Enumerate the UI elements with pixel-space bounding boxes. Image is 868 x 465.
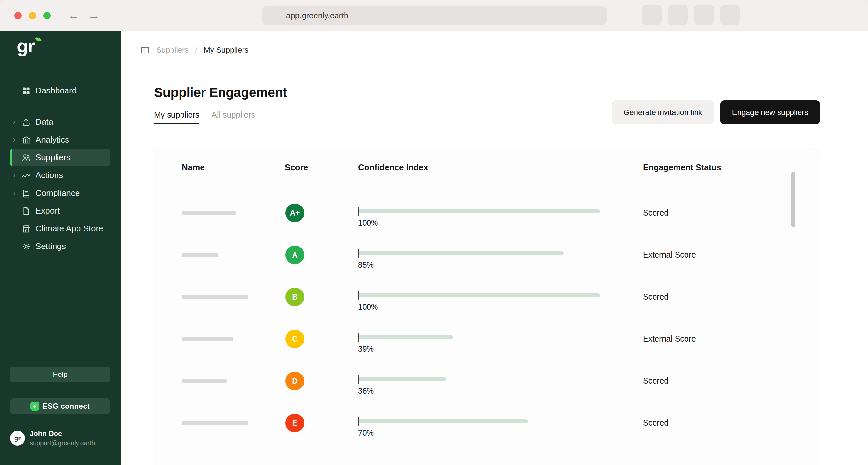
settings-icon bbox=[21, 242, 31, 252]
main-area: Suppliers / My Suppliers Supplier Engage… bbox=[121, 31, 868, 465]
supplier-row[interactable]: B 100% bbox=[173, 276, 753, 318]
name-cell bbox=[182, 295, 285, 299]
bar-track bbox=[360, 293, 600, 297]
maximize-window-button[interactable] bbox=[43, 12, 51, 19]
bar-start-tick bbox=[358, 333, 359, 342]
minimize-window-button[interactable] bbox=[29, 12, 36, 19]
browser-forward-icon[interactable] bbox=[88, 10, 100, 21]
engagement-status: Scored bbox=[643, 376, 753, 385]
bar-start-tick bbox=[358, 207, 359, 215]
engagement-status: Scored bbox=[643, 292, 753, 301]
confidence-cell: 100% bbox=[358, 203, 643, 223]
confidence-bar: 85% bbox=[358, 249, 643, 269]
confidence-cell: 36% bbox=[358, 371, 643, 391]
logo-text: gr bbox=[17, 35, 34, 57]
engagement-status: External Score bbox=[643, 334, 753, 344]
sidebar-item-label: Analytics bbox=[35, 135, 69, 145]
user-profile[interactable]: gr John Doe support@greenly.earth bbox=[10, 430, 110, 447]
column-header-confidence: Confidence Index bbox=[358, 163, 643, 173]
score-badge: A bbox=[285, 245, 304, 264]
breadcrumb-current: My Suppliers bbox=[204, 46, 249, 55]
leaf-icon bbox=[35, 36, 41, 42]
bar-track bbox=[360, 252, 600, 255]
sidebar-item-label: Data bbox=[35, 117, 53, 127]
confidence-value: 36% bbox=[358, 386, 643, 396]
toolbar-button-3[interactable] bbox=[694, 5, 714, 25]
avatar: gr bbox=[10, 431, 25, 446]
sidebar-item-label: Compliance bbox=[35, 188, 80, 198]
engage-new-suppliers-button[interactable]: Engage new suppliers bbox=[720, 100, 820, 124]
bar-fill bbox=[360, 336, 454, 339]
confidence-bar-row bbox=[358, 249, 643, 258]
confidence-bar: 39% bbox=[358, 333, 643, 353]
confidence-value: 85% bbox=[358, 260, 643, 269]
help-button[interactable]: Help bbox=[10, 367, 110, 382]
score-cell: E bbox=[285, 414, 358, 432]
supplier-row[interactable]: A+ 100% bbox=[173, 192, 753, 234]
engagement-status: Scored bbox=[643, 418, 753, 428]
confidence-bar: 100% bbox=[358, 207, 643, 228]
sidebar-item-label: Suppliers bbox=[35, 152, 70, 163]
store-icon bbox=[21, 224, 31, 234]
tab-label: My suppliers bbox=[154, 110, 199, 119]
name-placeholder bbox=[182, 379, 227, 383]
suppliers-icon bbox=[21, 153, 31, 163]
data-icon bbox=[21, 117, 31, 127]
supplier-row[interactable]: D 36% bbox=[173, 360, 753, 402]
score-badge: B bbox=[285, 288, 304, 306]
toolbar-button-1[interactable] bbox=[642, 5, 662, 25]
sidebar-toggle-icon[interactable] bbox=[140, 45, 150, 55]
header-actions: Generate invitation link Engage new supp… bbox=[612, 100, 820, 124]
name-placeholder bbox=[182, 421, 248, 425]
sidebar-item-label: Settings bbox=[35, 241, 66, 252]
name-cell bbox=[182, 379, 285, 383]
supplier-row[interactable]: A 85% bbox=[173, 234, 753, 276]
export-icon bbox=[21, 206, 31, 216]
scrollbar-thumb[interactable] bbox=[792, 172, 795, 227]
name-cell bbox=[182, 253, 285, 257]
browser-back-icon[interactable] bbox=[68, 10, 80, 21]
greenly-logo[interactable]: gr bbox=[0, 31, 121, 57]
sidebar-item-climate-app-store[interactable]: Climate App Store bbox=[10, 220, 110, 237]
sidebar-item-settings[interactable]: Settings bbox=[10, 237, 110, 255]
tab-all-suppliers[interactable]: All suppliers bbox=[212, 110, 255, 124]
name-cell bbox=[182, 421, 285, 425]
sidebar-item-data[interactable]: Data bbox=[10, 113, 110, 131]
supplier-row[interactable]: C 39% bbox=[173, 318, 753, 360]
confidence-cell: 70% bbox=[358, 413, 643, 433]
breadcrumb-section[interactable]: Suppliers bbox=[156, 46, 189, 55]
sidebar-item-analytics[interactable]: Analytics bbox=[10, 131, 110, 149]
bar-start-tick bbox=[358, 249, 359, 258]
app-window: app.greenly.earth gr Dashboard bbox=[0, 0, 868, 465]
name-cell bbox=[182, 337, 285, 341]
sidebar-item-dashboard[interactable]: Dashboard bbox=[10, 82, 110, 99]
sidebar-item-export[interactable]: Export bbox=[10, 202, 110, 220]
url-text: app.greenly.earth bbox=[286, 11, 348, 20]
traffic-lights bbox=[14, 12, 51, 19]
name-placeholder bbox=[182, 253, 218, 257]
sidebar-item-actions[interactable]: Actions bbox=[10, 167, 110, 184]
sidebar-item-suppliers[interactable]: Suppliers bbox=[10, 149, 110, 167]
chevron-right-icon bbox=[12, 171, 21, 180]
column-header-status: Engagement Status bbox=[643, 163, 753, 173]
page-title: Supplier Engagement bbox=[154, 85, 287, 100]
url-bar[interactable]: app.greenly.earth bbox=[261, 6, 607, 25]
supplier-row[interactable]: E 70% bbox=[173, 402, 753, 444]
page-header: Supplier Engagement My suppliers All sup… bbox=[154, 85, 820, 124]
sidebar-item-label: Dashboard bbox=[35, 86, 76, 96]
sidebar-item-compliance[interactable]: Compliance bbox=[10, 184, 110, 202]
user-name: John Doe bbox=[30, 430, 95, 438]
generate-invitation-link-button[interactable]: Generate invitation link bbox=[612, 100, 714, 124]
esg-connect-badge[interactable]: ESG connect bbox=[10, 399, 110, 414]
analytics-icon bbox=[21, 135, 31, 145]
score-cell: A+ bbox=[285, 204, 358, 222]
bar-track bbox=[360, 377, 600, 381]
sidebar-divider bbox=[10, 262, 110, 262]
toolbar-button-2[interactable] bbox=[668, 5, 688, 25]
chevron-right-icon bbox=[12, 136, 21, 144]
tab-label: All suppliers bbox=[212, 110, 255, 119]
tab-my-suppliers[interactable]: My suppliers bbox=[154, 110, 199, 124]
close-window-button[interactable] bbox=[14, 12, 22, 19]
confidence-cell: 100% bbox=[358, 287, 643, 307]
toolbar-button-4[interactable] bbox=[720, 5, 740, 25]
